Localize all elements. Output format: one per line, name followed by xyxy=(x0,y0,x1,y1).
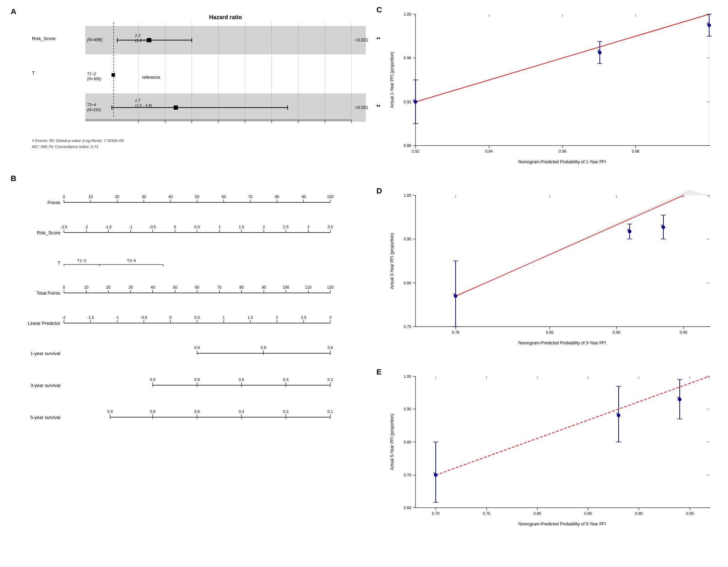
svg-text:0.60: 0.60 xyxy=(404,506,411,510)
svg-text:1-year survival: 1-year survival xyxy=(30,351,60,356)
nomogram-svg: Points 0 10 20 30 40 50 60 70 xyxy=(11,185,366,557)
svg-text:0.96: 0.96 xyxy=(404,56,411,60)
svg-text:0.6: 0.6 xyxy=(194,409,200,414)
svg-text:0: 0 xyxy=(174,225,176,229)
svg-text:0.90: 0.90 xyxy=(404,407,411,411)
panel-c-label: C xyxy=(376,5,382,15)
svg-text:<0.001: <0.001 xyxy=(355,38,368,43)
svg-text:Nomogram-Predicted Probability: Nomogram-Predicted Probability of 1-Year… xyxy=(518,159,606,164)
svg-text:0.75: 0.75 xyxy=(483,511,490,516)
svg-text:T3~4: T3~4 xyxy=(127,258,136,263)
svg-text:-1.5: -1.5 xyxy=(87,315,94,320)
svg-text:×: × xyxy=(616,411,619,416)
svg-text:0: 0 xyxy=(169,315,172,320)
svg-text:2: 2 xyxy=(263,225,265,229)
right-panel: C 1.00 0.96 0.92 0.88 xyxy=(373,0,728,567)
svg-text:-2: -2 xyxy=(85,225,88,229)
svg-text:60: 60 xyxy=(222,195,226,199)
left-panel: A Hazard ratio Risk_Score (N=496) 2.2(1.… xyxy=(0,0,373,567)
svg-text:0.1: 0.1 xyxy=(327,409,333,414)
svg-text:0.80: 0.80 xyxy=(404,440,411,444)
svg-text:0.70: 0.70 xyxy=(404,473,411,477)
svg-text:0.8: 0.8 xyxy=(261,345,266,350)
svg-text:120: 120 xyxy=(327,285,333,289)
svg-text:90: 90 xyxy=(301,195,306,199)
svg-text:70: 70 xyxy=(217,285,222,289)
svg-text:0.95: 0.95 xyxy=(686,511,694,516)
svg-text:0.2: 0.2 xyxy=(327,377,333,382)
svg-text:5: 5 xyxy=(297,125,299,125)
svg-text:2: 2 xyxy=(137,125,140,125)
svg-rect-16 xyxy=(112,73,115,77)
svg-text:1: 1 xyxy=(223,315,225,320)
svg-text:40: 40 xyxy=(168,195,173,199)
panel-d-label: D xyxy=(376,186,382,196)
svg-text:×: × xyxy=(433,470,436,476)
svg-text:0.8: 0.8 xyxy=(150,409,155,414)
svg-text:0.92: 0.92 xyxy=(412,149,419,153)
svg-text:×: × xyxy=(661,223,663,228)
svg-text:0: 0 xyxy=(63,285,65,289)
svg-line-230 xyxy=(415,14,709,102)
svg-text:30: 30 xyxy=(142,195,146,199)
svg-text:3: 3 xyxy=(191,125,193,125)
svg-text:3: 3 xyxy=(329,315,331,320)
svg-text:0.4: 0.4 xyxy=(283,377,288,382)
svg-text:0.90: 0.90 xyxy=(613,330,620,334)
svg-text:3.5: 3.5 xyxy=(327,225,333,229)
panel-d: D 1.00 0.90 0.80 0.70 xyxy=(376,185,721,359)
svg-text:0.5: 0.5 xyxy=(194,225,200,229)
main-container: A Hazard ratio Risk_Score (N=496) 2.2(1.… xyxy=(0,0,728,567)
forest-content: Risk_Score (N=496) 2.2(1.6 - 3.0) T T1~2… xyxy=(32,22,366,150)
panel-d-svg: 1.00 0.90 0.80 0.70 0.78 0.85 0.90 xyxy=(387,185,717,355)
svg-text:5.5: 5.5 xyxy=(322,125,327,125)
svg-text:4.5: 4.5 xyxy=(269,125,274,125)
svg-text:3.5: 3.5 xyxy=(216,125,221,125)
svg-text:0.98: 0.98 xyxy=(632,149,639,153)
svg-text:Total Points: Total Points xyxy=(37,290,61,296)
svg-text:T: T xyxy=(58,260,60,266)
svg-text:×: × xyxy=(677,395,680,400)
svg-text:0.96: 0.96 xyxy=(559,149,566,153)
forest-plot: Hazard ratio Risk_Score (N=496) 2.2(1.6 … xyxy=(32,14,366,156)
svg-rect-20 xyxy=(174,105,178,110)
panel-e: E 1.00 0.90 0.80 0.70 0.60 xyxy=(376,366,721,540)
svg-text:×: × xyxy=(706,21,709,26)
svg-text:-2: -2 xyxy=(62,315,66,320)
svg-text:Points: Points xyxy=(48,200,61,205)
forest-stat-2: AIC: 548.79; Concordance Index: 0.71 xyxy=(32,145,98,149)
svg-text:-1: -1 xyxy=(129,225,132,229)
svg-text:0.95: 0.95 xyxy=(680,330,687,334)
panel-b-label: B xyxy=(11,174,16,183)
svg-text:20: 20 xyxy=(106,285,110,289)
svg-text:50: 50 xyxy=(195,195,199,199)
svg-text:-2.5: -2.5 xyxy=(61,225,67,229)
svg-text:Risk_Score: Risk_Score xyxy=(37,230,60,235)
svg-text:T1~2: T1~2 xyxy=(77,258,86,263)
svg-text:10: 10 xyxy=(84,285,88,289)
svg-text:2.5: 2.5 xyxy=(283,225,288,229)
svg-text:4: 4 xyxy=(244,125,246,125)
svg-text:0.80: 0.80 xyxy=(404,281,411,285)
panel-a-label: A xyxy=(11,7,16,16)
svg-rect-13 xyxy=(147,38,151,42)
svg-text:<0.001: <0.001 xyxy=(355,105,368,110)
t-label: T xyxy=(32,70,35,76)
svg-text:3-year survival: 3-year survival xyxy=(30,383,60,388)
svg-text:5-year survival: 5-year survival xyxy=(30,415,60,420)
panel-e-svg: 1.00 0.90 0.80 0.70 0.60 0.70 xyxy=(387,366,717,536)
svg-text:2.5: 2.5 xyxy=(301,315,306,320)
panel-c: C 1.00 0.96 0.92 0.88 xyxy=(376,4,721,178)
svg-text:0.5: 0.5 xyxy=(194,315,200,320)
svg-text:×: × xyxy=(627,227,630,233)
svg-text:1.00: 1.00 xyxy=(404,12,411,16)
risk-score-label: Risk_Score xyxy=(32,36,55,41)
svg-text:-0.5: -0.5 xyxy=(150,225,156,229)
svg-text:0.90: 0.90 xyxy=(635,511,642,516)
svg-text:0.85: 0.85 xyxy=(584,511,592,516)
svg-text:6: 6 xyxy=(351,125,353,125)
svg-text:0.88: 0.88 xyxy=(404,143,411,148)
svg-text:80: 80 xyxy=(239,285,244,289)
svg-text:0.78: 0.78 xyxy=(452,330,459,334)
svg-text:0.8: 0.8 xyxy=(194,377,200,382)
